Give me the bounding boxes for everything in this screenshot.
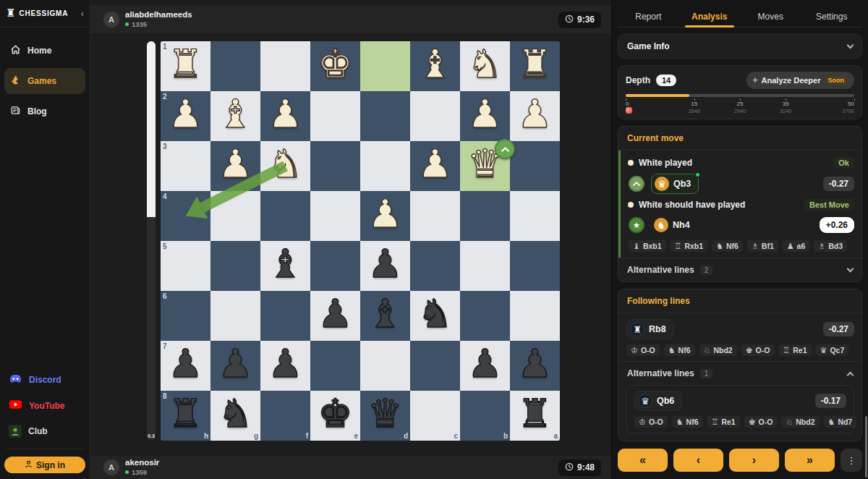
avatar[interactable]: A xyxy=(103,459,119,475)
square-c2[interactable] xyxy=(410,91,460,141)
line-move[interactable]: ♚O-O xyxy=(744,416,778,428)
sidebar-link-youtube[interactable]: YouTube xyxy=(4,393,85,418)
square-c8[interactable]: c xyxy=(410,391,460,441)
chess-board[interactable]: 1♜♚♝♞♜2♟♝♟♟♟3♟♞♟♛4♟5♝♟6♟♝♞7♟♟♟♟♟8h♜g♞fe♚… xyxy=(161,41,560,441)
square-e3[interactable] xyxy=(310,141,360,191)
square-h7[interactable]: 7♟ xyxy=(161,341,210,391)
square-d1[interactable] xyxy=(360,41,410,91)
line-move[interactable]: ♟a6 xyxy=(783,240,810,252)
next-move-button[interactable]: › xyxy=(729,449,779,472)
square-g6[interactable] xyxy=(210,291,260,341)
square-e1[interactable]: ♚ xyxy=(310,41,360,91)
square-h5[interactable]: 5 xyxy=(161,241,210,291)
line-move[interactable]: ♘Nbd2 xyxy=(781,416,819,428)
tab-moves[interactable]: Moves xyxy=(740,6,801,27)
tab-report[interactable]: Report xyxy=(618,6,679,27)
square-g4[interactable] xyxy=(210,191,260,241)
square-d6[interactable]: ♝ xyxy=(360,291,410,341)
depth-slider[interactable]: 0152640252940353240503700 xyxy=(618,91,861,119)
sidebar-item-games[interactable]: Games xyxy=(4,68,85,94)
square-h6[interactable]: 6 xyxy=(161,291,210,341)
square-d4[interactable]: ♟ xyxy=(360,191,410,241)
square-b5[interactable] xyxy=(460,241,510,291)
line-move[interactable]: ♔O-O xyxy=(626,344,660,356)
square-c3[interactable]: ♟ xyxy=(410,141,460,191)
square-d5[interactable]: ♟ xyxy=(360,241,410,291)
square-f6[interactable] xyxy=(260,291,310,341)
square-h8[interactable]: 8h♜ xyxy=(161,391,210,441)
first-move-button[interactable]: « xyxy=(618,449,668,472)
line-move[interactable]: ♖Rxb1 xyxy=(671,240,708,252)
line-move[interactable]: ♗Bf1 xyxy=(747,240,778,252)
square-e8[interactable]: e♚ xyxy=(310,391,360,441)
line-move[interactable]: ♞Nf6 xyxy=(664,344,695,356)
square-b8[interactable]: b xyxy=(460,391,510,441)
more-options-button[interactable]: ⋮ xyxy=(841,449,862,472)
square-e5[interactable] xyxy=(310,241,360,291)
line-move[interactable]: ♔O-O xyxy=(634,416,668,428)
square-a2[interactable]: ♟ xyxy=(510,91,560,141)
square-a3[interactable] xyxy=(510,141,560,191)
square-g2[interactable]: ♝ xyxy=(210,91,260,141)
square-c7[interactable] xyxy=(410,341,460,391)
following-move-chip[interactable]: ♜ Rb8 xyxy=(626,319,674,339)
square-e2[interactable] xyxy=(310,91,360,141)
square-a5[interactable] xyxy=(510,241,560,291)
square-f2[interactable]: ♟ xyxy=(260,91,310,141)
square-g5[interactable] xyxy=(210,241,260,291)
square-g3[interactable]: ♟ xyxy=(210,141,260,191)
square-f3[interactable]: ♞ xyxy=(260,141,310,191)
square-h4[interactable]: 4 xyxy=(161,191,210,241)
scrollbar-thumb[interactable] xyxy=(865,416,867,478)
square-g1[interactable] xyxy=(210,41,260,91)
square-f4[interactable] xyxy=(260,191,310,241)
square-a8[interactable]: a♜ xyxy=(510,391,560,441)
square-b7[interactable]: ♟ xyxy=(460,341,510,391)
alt-line-move-chip[interactable]: ♛ Qb6 xyxy=(634,391,682,411)
line-move[interactable]: ♘Nbd2 xyxy=(699,344,737,356)
square-f1[interactable] xyxy=(260,41,310,91)
square-c6[interactable]: ♞ xyxy=(410,291,460,341)
line-move[interactable]: ♞Nf6 xyxy=(712,240,743,252)
square-c4[interactable] xyxy=(410,191,460,241)
square-g7[interactable]: ♟ xyxy=(210,341,260,391)
square-d7[interactable] xyxy=(360,341,410,391)
alternative-lines-toggle[interactable]: Alternative lines 1 xyxy=(618,361,861,385)
square-h1[interactable]: 1♜ xyxy=(161,41,210,91)
line-move[interactable]: ♖Re1 xyxy=(778,344,811,356)
sidebar-link-discord[interactable]: Discord xyxy=(4,367,85,393)
line-move[interactable]: ♞Nd7 xyxy=(824,416,857,428)
line-move[interactable]: ♝Bxb1 xyxy=(629,240,666,252)
square-b1[interactable]: ♞ xyxy=(460,41,510,91)
square-b6[interactable] xyxy=(460,291,510,341)
played-move-chip[interactable]: ♛ Qb3 xyxy=(651,174,699,194)
square-d3[interactable] xyxy=(360,141,410,191)
line-move[interactable]: ♖Re1 xyxy=(707,416,740,428)
last-move-button[interactable]: » xyxy=(785,449,835,472)
previous-move-button[interactable]: ‹ xyxy=(673,449,723,472)
square-e4[interactable] xyxy=(310,191,360,241)
square-e6[interactable]: ♟ xyxy=(310,291,360,341)
line-move[interactable]: ♚O-O xyxy=(741,344,775,356)
line-move[interactable]: ♗Bd3 xyxy=(814,240,847,252)
game-info-header[interactable]: Game Info xyxy=(618,35,861,58)
sidebar-item-home[interactable]: Home xyxy=(4,38,85,64)
square-a7[interactable]: ♟ xyxy=(510,341,560,391)
sidebar-item-blog[interactable]: Blog xyxy=(4,98,85,124)
square-a4[interactable] xyxy=(510,191,560,241)
square-h3[interactable]: 3 xyxy=(161,141,210,191)
tab-analysis[interactable]: Analysis xyxy=(679,6,741,27)
square-b2[interactable]: ♟ xyxy=(460,91,510,141)
line-move[interactable]: ♛Qc7 xyxy=(816,344,849,356)
sign-in-button[interactable]: Sign in xyxy=(4,457,85,473)
analyze-deeper-button[interactable]: + Analyze Deeper Soon xyxy=(746,72,854,89)
square-f5[interactable]: ♝ xyxy=(260,241,310,291)
line-move[interactable]: ♞Nf6 xyxy=(672,416,703,428)
avatar[interactable]: A xyxy=(103,12,119,27)
square-h2[interactable]: 2♟ xyxy=(161,91,210,141)
square-c5[interactable] xyxy=(410,241,460,291)
square-f8[interactable]: f xyxy=(260,391,310,441)
square-d8[interactable]: d♛ xyxy=(360,391,410,441)
square-c1[interactable]: ♝ xyxy=(410,41,460,91)
slider-track[interactable] xyxy=(626,94,854,97)
